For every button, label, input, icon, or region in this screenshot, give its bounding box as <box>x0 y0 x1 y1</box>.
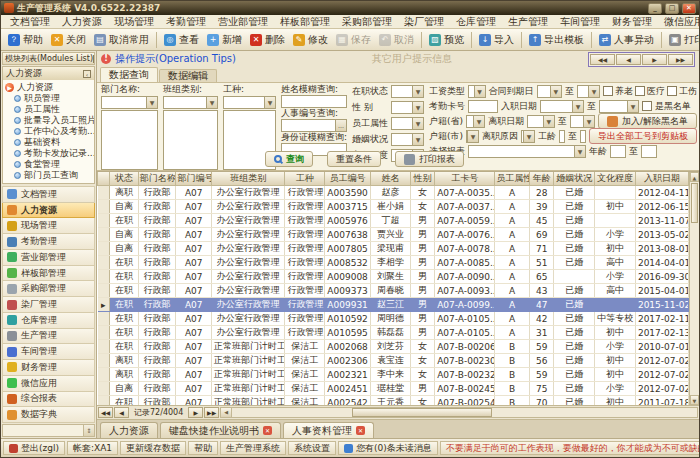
table-row[interactable]: 离职行政部A07正常班部门计时工保洁工A002306袁宝连女A07-B-0023… <box>98 354 689 368</box>
attend-card-input[interactable] <box>468 100 498 113</box>
table-row[interactable]: 自离行政部A07办公室行政管理行政管理A003715崔小娟女A07-A-0037… <box>98 200 689 214</box>
column-header-工卡号[interactable]: 工卡号 <box>435 172 495 186</box>
row-selector[interactable] <box>98 256 110 270</box>
column-header-状态[interactable]: 状态 <box>110 172 139 186</box>
join-date-from-combo[interactable]: ▼ <box>540 100 584 113</box>
row-selector[interactable] <box>98 340 110 354</box>
row-selector[interactable] <box>98 354 110 368</box>
scroll-thumb[interactable] <box>691 183 698 223</box>
sidebar-item-考勤管理[interactable]: 考勤管理 <box>2 234 95 250</box>
prev-record-button[interactable]: ◀ <box>114 407 129 418</box>
filter-combo-婚姻状况[interactable]: ▼ <box>391 133 424 146</box>
toolbar-button-人事异动[interactable]: ⇄人事异动 <box>595 31 658 49</box>
close-icon[interactable]: ✕ <box>263 426 272 435</box>
toolbar-button-打印合同[interactable]: ▣打印合同 <box>665 31 699 49</box>
table-row[interactable]: 在职行政部A07正常班部门计时工保洁工A002068刘芝芬女A07-B-0020… <box>98 340 689 354</box>
join-date-to-combo[interactable]: ▼ <box>599 100 639 113</box>
dept-listbox[interactable] <box>101 110 158 170</box>
toolbar-button-关闭[interactable]: ✕关闭 <box>47 31 90 49</box>
table-row[interactable]: 在职行政部A07办公室行政管理行政管理A010595韩磊磊男A07-A-0105… <box>98 326 689 340</box>
tree-item-工作中心及考勤...[interactable]: 工作中心及考勤... <box>5 126 94 137</box>
table-row[interactable]: ▸在职行政部A07办公室行政管理行政管理A009931赵三江男A07-A-009… <box>98 298 689 312</box>
status-item-帐套:XA1[interactable]: 帐套:XA1 <box>67 441 118 455</box>
city-combo[interactable]: ▼ <box>466 130 479 143</box>
column-header-性别[interactable]: 性别 <box>410 172 434 186</box>
toolbar-button-取消常用[interactable]: ▤取消常用 <box>90 31 153 49</box>
status-item-生产管理系统[interactable]: 生产管理系统 <box>220 441 286 455</box>
tree-root-hr[interactable]: ▶人力资源 <box>5 82 94 93</box>
row-selector[interactable]: ▸ <box>98 298 110 312</box>
menu-item-样板部管理[interactable]: 样板部管理 <box>274 15 336 29</box>
table-row[interactable]: 自离行政部A07办公室行政管理行政管理A007638贾兴业男A07-A-0076… <box>98 228 689 242</box>
column-header-工种[interactable]: 工种 <box>285 172 325 186</box>
work-years-from-input[interactable] <box>559 130 565 143</box>
table-row[interactable]: 在职行政部A07办公室行政管理行政管理A010592周明德男A07-A-0105… <box>98 312 689 326</box>
table-row[interactable]: 自离行政部A07正常班部门计时工保洁工A002451琚桂堂男A07-B-0024… <box>98 382 689 396</box>
table-row[interactable]: 在职行政部A07办公室行政管理行政管理A008532李相学男A07-A-0085… <box>98 256 689 270</box>
toolbar-button-导入[interactable]: ↓导入 <box>475 31 518 49</box>
spinner-icon[interactable]: ⇕ <box>83 425 94 436</box>
status-item-系统设置[interactable]: 系统设置 <box>288 441 336 455</box>
filter-combo-员工属性[interactable]: ▼ <box>391 117 424 130</box>
column-header-部门编号[interactable]: 部门编号 <box>176 172 212 186</box>
row-selector[interactable] <box>98 368 110 382</box>
filter-combo-在职状态[interactable]: ▼ <box>391 85 424 98</box>
sidebar-item-营业部管理[interactable]: 营业部管理 <box>2 250 95 266</box>
leave-reason-combo[interactable]: ▼ <box>521 130 535 143</box>
table-row[interactable]: 在职行政部A07办公室行政管理行政管理A009373周春晓男A07-A-0093… <box>98 284 689 298</box>
contract-due-to-combo[interactable]: ▼ <box>577 85 600 98</box>
row-selector[interactable] <box>98 270 110 284</box>
menu-item-人力资源[interactable]: 人力资源 <box>56 15 108 29</box>
tree-item-批量导入员工照片[interactable]: 批量导入员工照片 <box>5 115 94 126</box>
collapse-icon[interactable]: ‹ <box>83 70 91 78</box>
close-button[interactable]: ✕ <box>682 3 696 14</box>
row-selector[interactable] <box>98 186 110 200</box>
sidebar-item-微信应用[interactable]: 微信应用 <box>2 376 95 392</box>
toolbar-button-帮助[interactable]: ？帮助 <box>4 31 47 49</box>
sidebar-item-仓库管理[interactable]: 仓库管理 <box>2 313 95 329</box>
hr-no-browse-button[interactable]: … <box>336 119 347 132</box>
tips-nav-button-2[interactable]: ▶ <box>642 54 667 65</box>
menu-item-财务管理[interactable]: 财务管理 <box>606 15 658 29</box>
column-header-姓名[interactable]: 姓名 <box>371 172 411 186</box>
tree-item-员工属性[interactable]: 员工属性 <box>5 104 94 115</box>
first-record-button[interactable]: ◀◀ <box>98 407 113 418</box>
salary-type-combo[interactable]: ▼ <box>468 85 486 98</box>
column-header-员工编号[interactable]: 员工编号 <box>325 172 371 186</box>
column-header-婚姻状况[interactable]: 婚姻状况 <box>554 172 595 186</box>
toolbar-button-导出模板[interactable]: ↑导出模板 <box>525 31 588 49</box>
table-row[interactable]: 在职行政部A07办公室行政管理行政管理A005976丁超男A07-A-0059.… <box>98 214 689 228</box>
sidebar-item-采购部管理[interactable]: 采购部管理 <box>2 281 95 297</box>
doc-tab-人事资料管理[interactable]: 人事资料管理✕ <box>283 422 374 438</box>
menu-item-采购部管理[interactable]: 采购部管理 <box>336 15 398 29</box>
sidebar-item-生产管理[interactable]: 生产管理 <box>2 329 95 345</box>
status-item-您有(0)条未读消息[interactable]: 您有(0)条未读消息 <box>338 441 438 455</box>
table-row[interactable]: 离职行政部A07正常班部门计时工保洁工A002321李中来女A07-B-0023… <box>98 368 689 382</box>
status-item-更新缓存数据[interactable]: 更新缓存数据 <box>120 441 186 455</box>
menu-item-仓库管理[interactable]: 仓库管理 <box>450 15 502 29</box>
tab-数据查询[interactable]: 数据查询 <box>100 67 158 82</box>
sidebar-item-数据字典[interactable]: 数据字典 <box>2 407 95 423</box>
row-selector[interactable] <box>98 200 110 214</box>
blacklist-button[interactable]: 加入/解除黑名单 <box>598 113 697 129</box>
sidebar-item-染厂管理[interactable]: 染厂管理 <box>2 297 95 313</box>
table-row[interactable]: 在职行政部A07正常班部门计时工保洁工A002542王元香女A07-B-0025… <box>98 396 689 406</box>
toolbar-button-修改[interactable]: ✎修改 <box>289 31 332 49</box>
sidebar-item-综合报表[interactable]: 综合报表 <box>2 392 95 408</box>
table-row[interactable]: 离职行政部A07办公室行政管理行政管理A003590赵彦女A07-A-0035.… <box>98 186 689 200</box>
scroll-left-icon[interactable]: ◀ <box>221 408 232 417</box>
column-header-selector[interactable] <box>98 172 110 186</box>
tree-item-食堂管理[interactable]: 食堂管理 <box>5 159 94 170</box>
column-header-班组类别[interactable]: 班组类别 <box>212 172 285 186</box>
doc-tab-人力资源[interactable]: 人力资源 <box>100 422 158 438</box>
dept-combo[interactable]: ▼ <box>101 96 158 109</box>
close-icon[interactable]: ✕ <box>356 426 365 435</box>
name-fuzzy-input[interactable] <box>281 95 347 108</box>
tree-item-考勤卡发放记录...[interactable]: 考勤卡发放记录... <box>5 148 94 159</box>
team-listbox[interactable] <box>163 110 218 170</box>
menu-item-染厂管理[interactable]: 染厂管理 <box>398 15 450 29</box>
row-selector[interactable] <box>98 284 110 298</box>
hr-no-input[interactable] <box>281 119 336 132</box>
contract-due-from-combo[interactable]: ▼ <box>537 85 562 98</box>
report-combo[interactable]: ▼ <box>468 145 586 158</box>
